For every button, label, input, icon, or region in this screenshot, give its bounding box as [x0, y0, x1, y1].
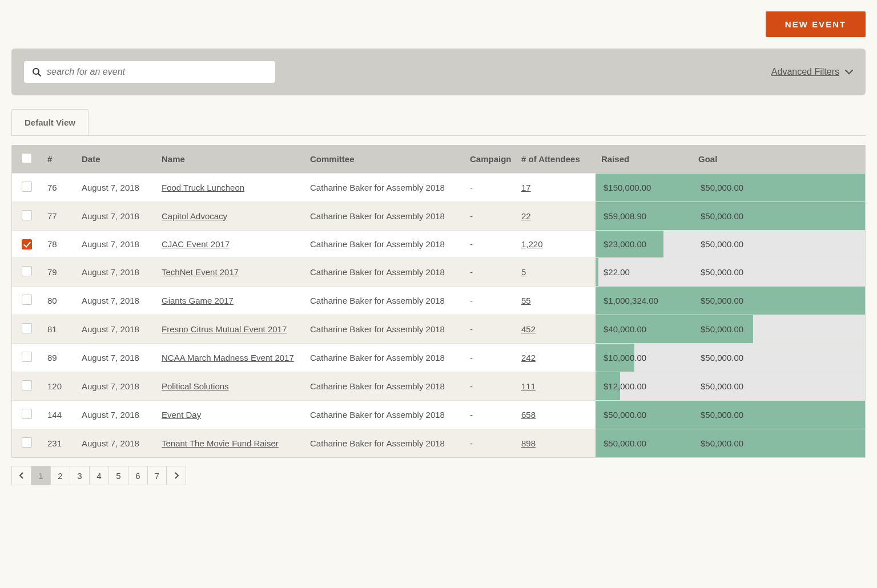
row-date: August 7, 2018: [76, 372, 156, 401]
raised-value: $150,000.00: [596, 174, 693, 202]
row-num: 231: [42, 429, 76, 458]
row-date: August 7, 2018: [76, 258, 156, 287]
table-header-row: # Date Name Committee Campaign # of Atte…: [12, 145, 865, 174]
row-date: August 7, 2018: [76, 344, 156, 372]
row-committee: Catharine Baker for Assembly 2018: [304, 315, 464, 344]
page-5[interactable]: 5: [108, 466, 128, 485]
tab-default-view[interactable]: Default View: [11, 109, 88, 135]
goal-value: $50,000.00: [693, 174, 865, 202]
attendees-link[interactable]: 1,220: [521, 239, 543, 249]
attendees-link[interactable]: 22: [521, 211, 531, 221]
goal-value: $50,000.00: [693, 315, 865, 343]
raised-cell: $23,000.00: [596, 231, 693, 258]
events-table-wrap: # Date Name Committee Campaign # of Atte…: [11, 145, 866, 458]
event-name-link[interactable]: Tenant The Movie Fund Raiser: [162, 438, 279, 448]
row-campaign: -: [464, 372, 516, 401]
raised-value: $50,000.00: [596, 401, 693, 429]
row-date: August 7, 2018: [76, 315, 156, 344]
col-header-num[interactable]: #: [42, 145, 76, 174]
page-4[interactable]: 4: [89, 466, 108, 485]
row-checkbox[interactable]: [22, 182, 32, 192]
new-event-button[interactable]: NEW EVENT: [766, 11, 866, 37]
page-prev[interactable]: [11, 466, 31, 485]
attendees-link[interactable]: 17: [521, 183, 531, 192]
col-header-committee[interactable]: Committee: [304, 145, 464, 174]
page-next[interactable]: [167, 466, 186, 485]
attendees-link[interactable]: 55: [521, 296, 531, 305]
goal-cell: $50,000.00: [693, 231, 865, 258]
event-name-link[interactable]: Event Day: [162, 410, 201, 420]
row-checkbox[interactable]: [22, 239, 32, 249]
row-checkbox[interactable]: [22, 437, 32, 448]
col-header-campaign[interactable]: Campaign: [464, 145, 516, 174]
goal-cell: $50,000.00: [693, 344, 865, 372]
goal-value: $50,000.00: [693, 202, 865, 230]
row-checkbox[interactable]: [22, 295, 32, 305]
row-campaign: -: [464, 401, 516, 429]
event-name-link[interactable]: Giants Game 2017: [162, 296, 234, 305]
col-header-name[interactable]: Name: [156, 145, 304, 174]
page-3[interactable]: 3: [70, 466, 89, 485]
event-name-link[interactable]: NCAA March Madness Event 2017: [162, 353, 294, 363]
raised-cell: $50,000.00: [596, 401, 693, 429]
goal-cell: $50,000.00: [693, 287, 865, 315]
raised-value: $1,000,324.00: [596, 287, 693, 315]
filter-bar: Advanced Filters: [11, 49, 866, 95]
row-date: August 7, 2018: [76, 401, 156, 429]
attendees-link[interactable]: 658: [521, 410, 536, 420]
event-name-link[interactable]: Food Truck Luncheon: [162, 183, 244, 192]
pagination: 1234567: [11, 466, 866, 485]
attendees-link[interactable]: 452: [521, 324, 536, 334]
attendees-link[interactable]: 111: [521, 381, 536, 391]
row-committee: Catharine Baker for Assembly 2018: [304, 372, 464, 401]
table-row: 89 August 7, 2018 NCAA March Madness Eve…: [12, 344, 865, 372]
attendees-link[interactable]: 898: [521, 438, 536, 448]
raised-cell: $10,000.00: [596, 344, 693, 372]
goal-value: $50,000.00: [693, 258, 865, 286]
goal-value: $50,000.00: [693, 429, 865, 457]
row-campaign: -: [464, 231, 516, 258]
page-2[interactable]: 2: [50, 466, 70, 485]
attendees-link[interactable]: 242: [521, 353, 536, 363]
page-7[interactable]: 7: [147, 466, 167, 485]
row-checkbox[interactable]: [22, 409, 32, 419]
select-all-checkbox[interactable]: [22, 153, 32, 163]
goal-value: $50,000.00: [693, 287, 865, 315]
col-header-goal[interactable]: Goal: [693, 145, 865, 174]
goal-cell: $50,000.00: [693, 372, 865, 401]
row-campaign: -: [464, 202, 516, 231]
event-name-link[interactable]: Political Solutions: [162, 381, 229, 391]
row-checkbox[interactable]: [22, 323, 32, 333]
row-campaign: -: [464, 174, 516, 202]
event-name-link[interactable]: CJAC Event 2017: [162, 239, 230, 249]
page-1[interactable]: 1: [31, 466, 50, 485]
page-6[interactable]: 6: [128, 466, 147, 485]
row-checkbox[interactable]: [22, 380, 32, 390]
raised-cell: $1,000,324.00: [596, 287, 693, 315]
col-header-raised[interactable]: Raised: [596, 145, 693, 174]
col-header-date[interactable]: Date: [76, 145, 156, 174]
raised-cell: $22.00: [596, 258, 693, 287]
event-name-link[interactable]: Capitol Advocacy: [162, 211, 227, 221]
event-name-link[interactable]: TechNet Event 2017: [162, 267, 239, 277]
row-committee: Catharine Baker for Assembly 2018: [304, 429, 464, 458]
row-checkbox[interactable]: [22, 352, 32, 362]
goal-cell: $50,000.00: [693, 315, 865, 344]
attendees-link[interactable]: 5: [521, 267, 526, 277]
advanced-filters-toggle[interactable]: Advanced Filters: [771, 67, 853, 77]
row-num: 120: [42, 372, 76, 401]
goal-value: $50,000.00: [693, 372, 865, 400]
goal-value: $50,000.00: [693, 401, 865, 429]
chevron-left-icon: [19, 472, 24, 479]
table-row: 80 August 7, 2018 Giants Game 2017 Catha…: [12, 287, 865, 315]
col-header-attendees[interactable]: # of Attendees: [516, 145, 596, 174]
goal-cell: $50,000.00: [693, 429, 865, 458]
row-committee: Catharine Baker for Assembly 2018: [304, 174, 464, 202]
search-input[interactable]: [47, 67, 267, 77]
row-checkbox[interactable]: [22, 210, 32, 220]
row-campaign: -: [464, 258, 516, 287]
event-name-link[interactable]: Fresno Citrus Mutual Event 2017: [162, 324, 287, 334]
row-committee: Catharine Baker for Assembly 2018: [304, 287, 464, 315]
row-checkbox[interactable]: [22, 266, 32, 276]
raised-cell: $40,000.00: [596, 315, 693, 344]
